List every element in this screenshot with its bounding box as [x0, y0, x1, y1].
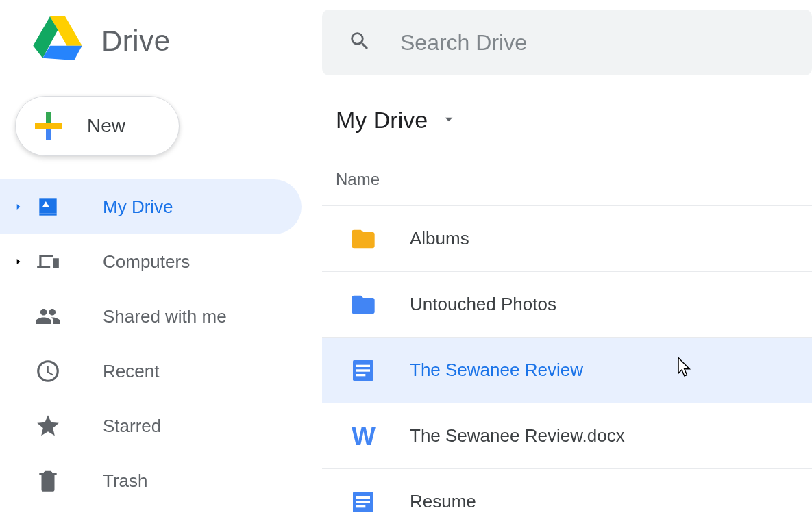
sidebar-item-label: Computers	[103, 251, 190, 273]
sidebar-item-label: Shared with me	[103, 306, 227, 327]
sidebar-item-trash[interactable]: Trash	[0, 453, 322, 508]
column-header-name[interactable]: Name	[322, 153, 812, 205]
doc-icon	[349, 488, 377, 516]
sidebar-item-label: Recent	[103, 361, 159, 382]
file-row[interactable]: The Sewanee Review.docx	[322, 403, 812, 468]
sidebar-item-starred[interactable]: Starred	[0, 399, 322, 453]
breadcrumb[interactable]: My Drive	[322, 75, 812, 153]
search-icon	[348, 29, 371, 55]
app-name: Drive	[101, 25, 171, 58]
folder-yellow-icon	[349, 225, 377, 253]
search-input[interactable]	[399, 29, 786, 56]
sidebar-item-my-drive[interactable]: My Drive	[0, 179, 302, 234]
file-name: Resume	[410, 491, 476, 512]
caret-down-icon	[440, 107, 458, 134]
word-icon	[349, 422, 377, 450]
file-row[interactable]: The Sewanee Review	[322, 337, 812, 403]
doc-icon	[349, 357, 377, 384]
file-name: The Sewanee Review	[410, 359, 583, 381]
sidebar-item-shared-with-me[interactable]: Shared with me	[0, 289, 322, 344]
sidebar-item-label: Starred	[103, 416, 161, 437]
file-list: AlbumsUntouched PhotosThe Sewanee Review…	[322, 205, 812, 530]
file-row[interactable]: Untouched Photos	[322, 271, 812, 337]
trash-icon	[32, 468, 64, 494]
search-bar[interactable]	[322, 10, 812, 75]
drive-logo-icon	[33, 16, 82, 66]
file-row[interactable]: Albums	[322, 205, 812, 271]
clock-icon	[32, 358, 64, 384]
sidebar-nav: My DriveComputersShared with meRecentSta…	[0, 179, 322, 508]
new-button[interactable]: New	[15, 96, 180, 156]
sidebar: Drive New My DriveComputersShared with m…	[0, 0, 322, 530]
drive-icon	[32, 194, 64, 220]
breadcrumb-label: My Drive	[336, 107, 428, 134]
folder-blue-icon	[349, 291, 377, 318]
star-icon	[32, 413, 64, 439]
file-row[interactable]: Resume	[322, 468, 812, 530]
people-icon	[32, 303, 64, 329]
sidebar-item-computers[interactable]: Computers	[0, 234, 322, 289]
plus-icon	[35, 112, 62, 140]
file-name: Untouched Photos	[410, 294, 556, 315]
sidebar-item-label: My Drive	[103, 197, 173, 218]
expand-arrow-icon	[12, 257, 25, 266]
sidebar-item-recent[interactable]: Recent	[0, 344, 322, 399]
expand-arrow-icon	[12, 202, 25, 212]
new-button-label: New	[87, 115, 125, 137]
devices-icon	[32, 249, 64, 275]
sidebar-item-label: Trash	[103, 470, 148, 492]
app-logo-row: Drive	[0, 0, 322, 66]
main-area: My Drive Name AlbumsUntouched PhotosThe …	[322, 0, 812, 530]
file-name: Albums	[410, 228, 469, 249]
file-name: The Sewanee Review.docx	[410, 425, 625, 446]
